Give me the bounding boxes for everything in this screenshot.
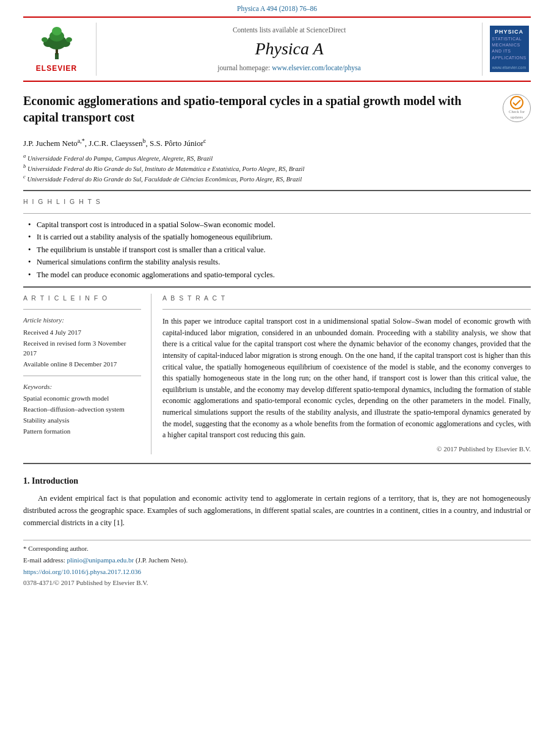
page: Physica A 494 (2018) 76–86 (0, 0, 554, 756)
keyword-2: Reaction–diffusion–advection system (23, 405, 141, 415)
homepage-prefix: journal homepage: (217, 64, 270, 71)
homepage-line: journal homepage: www.elsevier.com/locat… (217, 63, 360, 73)
title-area: Check forupdates Economic agglomerations… (23, 93, 531, 132)
affil-a-text: Universidade Federal do Pampa, Campus Al… (27, 154, 213, 161)
cover-subtitle: STATISTICAL MECHANICSAND ITS APPLICATION… (492, 36, 526, 61)
email-note: E-mail address: plinio@unipampa.edu.br (… (23, 556, 531, 565)
article-info-col: A R T I C L E I N F O Article history: R… (23, 294, 151, 454)
elsevier-tree-icon (35, 24, 79, 62)
article-area: Check forupdates Economic agglomerations… (23, 82, 531, 529)
journal-cover-right: PHYSICA STATISTICAL MECHANICSAND ITS APP… (482, 23, 531, 76)
keyword-3: Stability analysis (23, 416, 141, 426)
author-a-name: J.P. Juchem Neto (23, 139, 78, 148)
article-history-label: Article history: (23, 316, 141, 325)
highlight-2: It is carried out a stability analysis o… (28, 232, 531, 243)
highlights-section: H I G H L I G H T S Capital transport co… (23, 197, 531, 280)
journal-center: Contents lists available at ScienceDirec… (97, 23, 482, 76)
affil-c: c Universidade Federal do Rio Grande do … (23, 173, 531, 184)
email-person: (J.P. Juchem Neto). (136, 556, 188, 564)
footer-area: * Corresponding author. E-mail address: … (23, 540, 531, 588)
email-label: E-mail address: (23, 556, 65, 564)
highlights-divider (23, 213, 531, 214)
highlight-3: The equilibrium is unstable if transport… (28, 245, 531, 256)
author-a-super: a,* (78, 137, 85, 144)
journal-ref-text: Physica A 494 (2018) 76–86 (237, 5, 317, 12)
journal-reference: Physica A 494 (2018) 76–86 (0, 0, 554, 16)
affil-b-text: Universidade Federal do Rio Grande do Su… (27, 165, 304, 172)
affil-a-super: a (23, 153, 26, 159)
keyword-1: Spatial economic growth model (23, 394, 141, 404)
divider-3 (23, 463, 531, 464)
highlight-5: The model can produce economic agglomera… (28, 270, 531, 281)
author-b-name: J.C.R. Claeyssen (89, 139, 142, 148)
journal-name: Physica A (255, 38, 323, 59)
svg-point-7 (42, 37, 48, 42)
received-date: Received 4 July 2017 (23, 328, 141, 338)
elsevier-label: ELSEVIER (36, 64, 77, 74)
abstract-text: In this paper we introduce capital trans… (162, 316, 531, 441)
two-col-section: A R T I C L E I N F O Article history: R… (23, 294, 531, 454)
svg-point-8 (66, 37, 72, 42)
artinfo-divider (23, 309, 141, 310)
cover-footer: www.elsevier.com (492, 65, 527, 71)
affil-c-super: c (23, 173, 26, 180)
available-online-date: Available online 8 December 2017 (23, 360, 141, 369)
journal-header: ELSEVIER Contents lists available at Sci… (23, 16, 531, 82)
divider-1 (23, 190, 531, 191)
authors-line: J.P. Juchem Netoa,*, J.C.R. Claeyssenb, … (23, 137, 531, 150)
svg-point-9 (511, 96, 523, 109)
homepage-link[interactable]: www.elsevier.com/locate/physa (272, 64, 361, 71)
doi-link[interactable]: https://doi.org/10.1016/j.physa.2017.12.… (23, 567, 531, 577)
divider-2 (23, 286, 531, 288)
check-for-updates-icon: Check forupdates (503, 94, 531, 122)
sciencedirect-prefix: Contents lists available at ScienceDirec… (233, 26, 346, 34)
author-b-super: b (142, 137, 145, 144)
affiliations-block: a Universidade Federal do Pampa, Campus … (23, 153, 531, 184)
affil-b: b Universidade Federal do Rio Grande do … (23, 163, 531, 173)
check-for-updates-label: Check forupdates (509, 109, 525, 120)
highlight-4: Numerical simulations confirm the stabil… (28, 257, 531, 268)
copyright-line: © 2017 Published by Elsevier B.V. (162, 445, 531, 454)
introduction-section: 1. Introduction An evident empirical fac… (23, 475, 531, 529)
abstract-col: A B S T R A C T In this paper we introdu… (151, 294, 531, 454)
intro-paragraph: An evident empirical fact is that popula… (23, 492, 531, 529)
abstract-divider (162, 309, 531, 310)
elsevier-logo-area: ELSEVIER (23, 23, 97, 76)
article-info-label: A R T I C L E I N F O (23, 294, 141, 303)
affil-a: a Universidade Federal do Pampa, Campus … (23, 153, 531, 163)
keywords-label: Keywords: (23, 382, 141, 392)
check-icon-svg (508, 96, 525, 109)
issn-line: 0378-4371/© 2017 Published by Elsevier B… (23, 578, 531, 588)
highlights-list: Capital transport cost is introduced in … (28, 220, 531, 281)
email-link[interactable]: plinio@unipampa.edu.br (67, 556, 134, 564)
intro-heading: 1. Introduction (23, 475, 531, 487)
highlight-1: Capital transport cost is introduced in … (28, 220, 531, 231)
cover-title: PHYSICA (495, 28, 523, 36)
author-c-name: S.S. Pôrto Júnior (150, 139, 203, 148)
keyword-4: Pattern formation (23, 427, 141, 437)
corresponding-label: * Corresponding author. (23, 545, 89, 552)
received-revised-date: Received in revised form 3 November 2017 (23, 339, 141, 358)
check-updates-badge: Check forupdates (503, 94, 531, 122)
sciencedirect-line: Contents lists available at ScienceDirec… (233, 25, 346, 35)
author-c-super: c (203, 137, 206, 144)
svg-point-4 (52, 27, 62, 35)
affil-c-text: Universidade Federal do Rio Grande do Su… (27, 176, 302, 183)
article-title: Economic agglomerations and spatio-tempo… (23, 93, 531, 126)
affil-b-super: b (23, 163, 26, 169)
highlights-label: H I G H L I G H T S (23, 197, 531, 206)
keywords-divider (23, 376, 141, 376)
abstract-label: A B S T R A C T (162, 294, 531, 303)
physica-cover-image: PHYSICA STATISTICAL MECHANICSAND ITS APP… (490, 26, 529, 72)
corresponding-author-note: * Corresponding author. (23, 544, 531, 554)
